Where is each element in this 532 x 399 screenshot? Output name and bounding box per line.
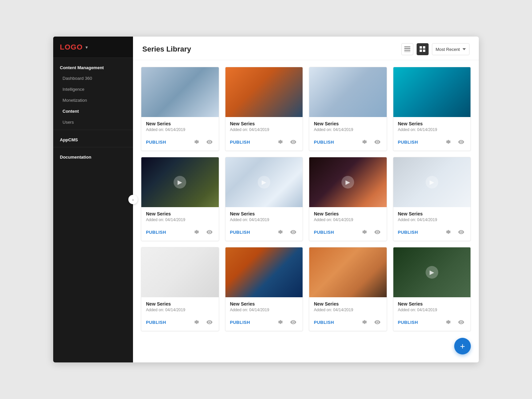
settings-button-1[interactable]: [192, 137, 201, 147]
card-date-2: Added on: 04/14/2019: [230, 127, 298, 132]
svg-rect-5: [423, 46, 425, 49]
sidebar-item-intelligence[interactable]: Intelligence: [53, 84, 133, 95]
card-info-12: New Series Added on: 04/14/2019: [393, 297, 471, 315]
settings-button-12[interactable]: [444, 318, 453, 327]
card-date-11: Added on: 04/14/2019: [314, 308, 382, 312]
card-thumbnail-8: ▶: [393, 157, 471, 207]
card-title-4: New Series: [398, 121, 466, 126]
card-title-2: New Series: [230, 121, 298, 126]
svg-rect-2: [404, 50, 410, 51]
settings-button-4[interactable]: [444, 137, 453, 147]
publish-button-2[interactable]: PUBLISH: [230, 140, 250, 145]
publish-button-11[interactable]: PUBLISH: [314, 320, 334, 325]
grid-icon: [420, 46, 426, 52]
settings-button-5[interactable]: [192, 227, 201, 237]
eye-icon-4: [458, 140, 464, 144]
gear-icon-4: [446, 139, 451, 145]
publish-button-12[interactable]: PUBLISH: [398, 320, 418, 325]
gear-icon-1: [194, 139, 200, 145]
eye-icon-8: [458, 230, 464, 234]
svg-rect-4: [420, 46, 422, 49]
settings-button-6[interactable]: [276, 227, 285, 237]
card-title-10: New Series: [230, 301, 298, 307]
publish-button-1[interactable]: PUBLISH: [146, 140, 166, 145]
sidebar: LOGO ▾ Content Management Dashboard 360 …: [53, 37, 133, 362]
preview-button-8[interactable]: [457, 227, 466, 237]
publish-button-7[interactable]: PUBLISH: [314, 230, 334, 235]
sidebar-section-content-management: Content Management: [53, 58, 133, 73]
card-title-8: New Series: [398, 211, 466, 216]
sidebar-item-monetization[interactable]: Monetization: [53, 95, 133, 106]
settings-button-10[interactable]: [276, 318, 285, 327]
sidebar-collapse-button[interactable]: ›: [128, 195, 138, 204]
sidebar-section-documentation[interactable]: Documentation: [53, 149, 133, 162]
gear-icon-6: [278, 229, 283, 235]
preview-button-6[interactable]: [289, 227, 298, 237]
card-date-1: Added on: 04/14/2019: [146, 127, 214, 132]
preview-button-3[interactable]: [373, 137, 382, 147]
logo-text: LOGO: [60, 43, 83, 52]
preview-button-4[interactable]: [457, 137, 466, 147]
preview-button-11[interactable]: [373, 318, 382, 327]
series-card-1: New Series Added on: 04/14/2019 PUBLISH: [141, 67, 219, 151]
sort-select[interactable]: Most Recent Oldest First A-Z Z-A: [432, 43, 469, 55]
card-date-4: Added on: 04/14/2019: [398, 127, 466, 132]
plus-icon: +: [460, 341, 465, 351]
publish-button-10[interactable]: PUBLISH: [230, 320, 250, 325]
series-card-3: New Series Added on: 04/14/2019 PUBLISH: [309, 67, 387, 151]
play-icon[interactable]: ▶: [341, 176, 354, 189]
gear-icon-5: [194, 229, 200, 235]
card-info-9: New Series Added on: 04/14/2019: [141, 297, 219, 315]
publish-button-4[interactable]: PUBLISH: [398, 140, 418, 145]
card-title-1: New Series: [146, 121, 214, 126]
publish-button-5[interactable]: PUBLISH: [146, 230, 166, 235]
logo-dropdown-icon[interactable]: ▾: [85, 45, 88, 50]
series-card-8: ▶ New Series Added on: 04/14/2019 PUBLIS…: [393, 157, 471, 241]
settings-button-2[interactable]: [276, 137, 285, 147]
publish-button-9[interactable]: PUBLISH: [146, 320, 166, 325]
gear-icon-11: [362, 320, 367, 325]
list-view-button[interactable]: [401, 43, 413, 55]
gear-icon-12: [446, 320, 451, 325]
play-icon[interactable]: ▶: [258, 176, 270, 189]
card-actions-7: PUBLISH: [309, 225, 387, 241]
play-icon[interactable]: ▶: [426, 266, 438, 279]
eye-icon-3: [374, 140, 380, 144]
series-card-7: ▶ New Series Added on: 04/14/2019 PUBLIS…: [309, 157, 387, 241]
eye-icon-5: [206, 230, 212, 234]
preview-button-5[interactable]: [205, 227, 214, 237]
preview-button-12[interactable]: [457, 318, 466, 327]
settings-button-11[interactable]: [360, 318, 369, 327]
preview-button-10[interactable]: [289, 318, 298, 327]
card-info-6: New Series Added on: 04/14/2019: [225, 207, 303, 225]
grid-view-button[interactable]: [417, 43, 429, 55]
preview-button-9[interactable]: [205, 318, 214, 327]
sidebar-item-dashboard360[interactable]: Dashboard 360: [53, 73, 133, 84]
settings-button-7[interactable]: [360, 227, 369, 237]
preview-button-7[interactable]: [373, 227, 382, 237]
card-actions-2: PUBLISH: [225, 135, 303, 151]
card-info-7: New Series Added on: 04/14/2019: [309, 207, 387, 225]
add-series-button[interactable]: +: [454, 338, 471, 354]
publish-button-6[interactable]: PUBLISH: [230, 230, 250, 235]
series-card-5: ▶ New Series Added on: 04/14/2019 PUBLIS…: [141, 157, 219, 241]
main-content: Series Library: [133, 37, 479, 362]
sidebar-item-content[interactable]: Content: [53, 106, 133, 117]
card-title-3: New Series: [314, 121, 382, 126]
svg-rect-0: [404, 47, 410, 47]
settings-button-8[interactable]: [444, 227, 453, 237]
publish-button-3[interactable]: PUBLISH: [314, 140, 334, 145]
settings-button-3[interactable]: [360, 137, 369, 147]
settings-button-9[interactable]: [192, 318, 201, 327]
card-actions-12: PUBLISH: [393, 315, 471, 331]
card-info-3: New Series Added on: 04/14/2019: [309, 117, 387, 135]
sidebar-section-appcms[interactable]: AppCMS: [53, 132, 133, 145]
play-icon[interactable]: ▶: [174, 176, 186, 189]
svg-rect-7: [423, 50, 425, 52]
card-actions-4: PUBLISH: [393, 135, 471, 151]
preview-button-2[interactable]: [289, 137, 298, 147]
sidebar-item-users[interactable]: Users: [53, 117, 133, 128]
play-icon[interactable]: ▶: [426, 176, 438, 189]
publish-button-8[interactable]: PUBLISH: [398, 230, 418, 235]
preview-button-1[interactable]: [205, 137, 214, 147]
